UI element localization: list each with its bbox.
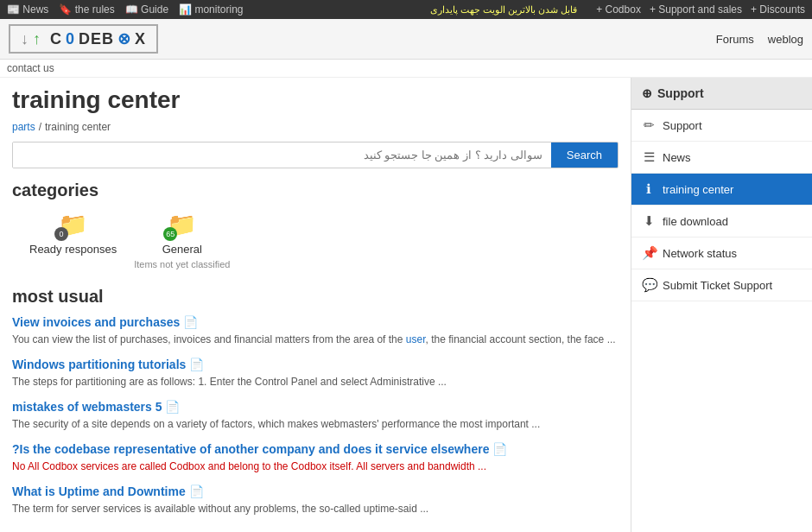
nav-news[interactable]: 📰 News (7, 3, 48, 16)
article-2: mistakes of webmasters 5 📄 The security … (12, 400, 619, 432)
sidebar-header-icon: ⊕ (642, 86, 652, 100)
search-bar: Search (12, 142, 619, 168)
sidebar-label-submit-ticket: Submit Ticket Support (663, 279, 772, 292)
nav-guide[interactable]: 📖 Guide (125, 3, 168, 16)
article-excerpt-4: The term for server services is availabl… (12, 501, 619, 516)
sidebar-label-file-download: file download (663, 215, 728, 228)
main-content: training center parts / training center … (0, 78, 631, 532)
article-excerpt-3: No All Codbox services are called Codbox… (12, 459, 619, 474)
logo-down-arrow: ↓ (21, 30, 29, 48)
sidebar-item-support[interactable]: ✏ Support (631, 110, 812, 142)
sidebar-item-file-download[interactable]: ⬇ file download (631, 206, 812, 238)
category-icon-wrap-0: 📁 0 (58, 211, 88, 239)
right-nav-links: + Codbox + Support and sales + Discounts (596, 3, 805, 16)
breadcrumb-sep: / (39, 121, 41, 133)
contact-text: contact us (7, 62, 54, 74)
article-4: What is Uptime and Downtime 📄 The term f… (12, 484, 619, 516)
sidebar-label-network-status: Network status (663, 247, 737, 260)
info-icon: ℹ (642, 181, 656, 197)
highlight-user: user (406, 333, 426, 345)
nav-support-sales[interactable]: + Support and sales (650, 3, 742, 16)
forums-link[interactable]: Forums (716, 33, 754, 46)
article-title-2[interactable]: mistakes of webmasters 5 📄 (12, 400, 619, 414)
main-layout: training center parts / training center … (0, 78, 812, 532)
weblog-link[interactable]: weblog (768, 33, 803, 46)
most-usual-title: most usual (12, 287, 619, 307)
category-badge-0: 0 (54, 227, 68, 241)
search-input[interactable] (13, 142, 551, 168)
nav-rules[interactable]: 🔖 the rules (59, 3, 114, 16)
logo-right-links: Forums weblog (716, 33, 803, 46)
article-title-1[interactable]: Windows partitioning tutorials 📄 (12, 358, 619, 371)
article-3: ?Is the codebase representative of anoth… (12, 442, 619, 474)
category-ready-responses[interactable]: 📁 0 Ready responses (29, 211, 117, 269)
download-icon: ⬇ (642, 213, 656, 229)
rtl-promo-text: قابل شدن بالاترین الویت جهت پایداری (430, 4, 577, 16)
list-icon: ☰ (642, 149, 656, 165)
sidebar-header-label: Support (657, 86, 704, 100)
category-name-0: Ready responses (29, 243, 117, 256)
article-0: View invoices and purchases 📄 You can vi… (12, 315, 619, 347)
category-badge-1: 65 (163, 227, 177, 241)
categories-grid: 📁 0 Ready responses 📁 65 General Items n… (12, 211, 619, 269)
pin-icon: 📌 (642, 245, 656, 261)
sidebar-item-training-center[interactable]: ℹ training center (631, 174, 812, 206)
category-icon-wrap-1: 📁 65 (167, 211, 197, 239)
breadcrumb-parts[interactable]: parts (12, 121, 35, 133)
sidebar-item-news[interactable]: ☰ News (631, 142, 812, 174)
article-title-4[interactable]: What is Uptime and Downtime 📄 (12, 484, 619, 498)
search-button[interactable]: Search (551, 142, 618, 168)
nav-codbox[interactable]: + Codbox (596, 3, 641, 16)
nav-discounts[interactable]: + Discounts (751, 3, 805, 16)
sidebar-item-network-status[interactable]: 📌 Network status (631, 238, 812, 269)
chat-icon: 💬 (642, 277, 656, 293)
category-sub-1: Items not yet classified (134, 259, 230, 269)
category-general[interactable]: 📁 65 General Items not yet classified (134, 211, 230, 269)
article-title-0[interactable]: View invoices and purchases 📄 (12, 315, 619, 329)
pencil-icon: ✏ (642, 117, 656, 133)
top-navigation: 📰 News 🔖 the rules 📖 Guide 📊 monitoring … (0, 0, 812, 19)
logo-ox: ⊗ (117, 29, 131, 48)
nav-monitoring[interactable]: 📊 monitoring (179, 3, 243, 16)
sidebar: ⊕ Support ✏ Support ☰ News ℹ training ce… (631, 78, 812, 532)
breadcrumb-current: training center (45, 121, 111, 133)
sidebar-label-training-center: training center (663, 183, 733, 196)
breadcrumb: parts / training center (12, 121, 619, 133)
logo-o: 0 (66, 30, 75, 48)
logo[interactable]: ↓ ↑ C0DEB⊗X (9, 24, 158, 54)
sidebar-label-support: Support (663, 119, 702, 132)
contact-bar: contact us (0, 60, 812, 78)
page-title: training center (12, 86, 619, 114)
logo-up-arrow: ↑ (33, 30, 41, 48)
sidebar-header: ⊕ Support (631, 78, 812, 110)
logo-bar: ↓ ↑ C0DEB⊗X Forums weblog (0, 19, 812, 60)
sidebar-item-submit-ticket[interactable]: 💬 Submit Ticket Support (631, 269, 812, 301)
article-excerpt-0: You can view the list of purchases, invo… (12, 332, 619, 347)
category-name-1: General (162, 243, 202, 256)
article-excerpt-1: The steps for partitioning are as follow… (12, 374, 619, 390)
categories-title: categories (12, 180, 619, 200)
sidebar-label-news: News (663, 151, 691, 164)
article-title-3[interactable]: ?Is the codebase representative of anoth… (12, 442, 619, 456)
red-text: No All Codbox services are called Codbox… (12, 460, 486, 472)
article-excerpt-2: The security of a site depends on a vari… (12, 416, 619, 432)
article-1: Windows partitioning tutorials 📄 The ste… (12, 358, 619, 390)
